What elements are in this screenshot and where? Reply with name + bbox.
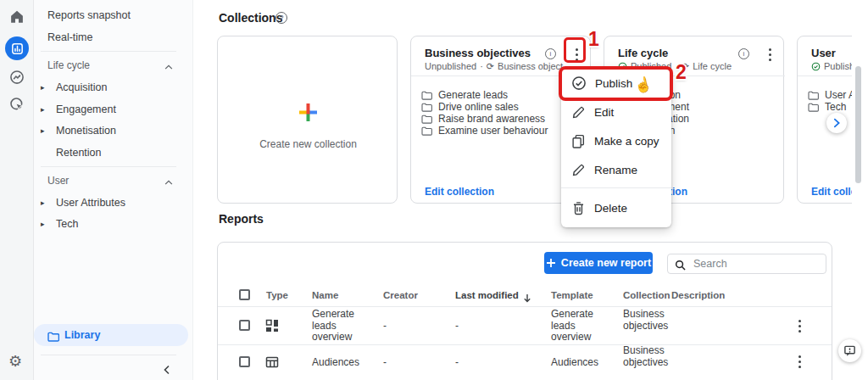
sidebar-item-acquisition[interactable]: Acquisition (56, 81, 107, 93)
home-icon[interactable] (8, 8, 25, 29)
select-all-checkbox[interactable] (239, 289, 250, 300)
edit-collection-link[interactable]: Edit collection (425, 186, 494, 198)
carousel-next-button[interactable] (826, 113, 847, 133)
card-title: Business objectives (425, 47, 531, 59)
menu-item-edit[interactable]: Edit (561, 98, 671, 126)
report-name: Audiences (312, 357, 359, 369)
sort-descending-icon[interactable] (523, 291, 531, 306)
annotation-number-2: 2 (676, 61, 687, 84)
menu-item-rename[interactable]: Rename (561, 155, 671, 184)
sidebar-section-user[interactable]: User (47, 175, 69, 187)
column-header-template[interactable]: Template (551, 290, 593, 300)
collection-topic: Generate leads (421, 89, 508, 101)
sidebar-item-real-time[interactable]: Real-time (47, 31, 93, 43)
status-text: Published (824, 61, 852, 71)
table-row-divider (218, 344, 832, 345)
edit-collection-link[interactable]: Edit collection (811, 186, 852, 198)
card-title: User (811, 47, 836, 59)
expand-arrow-icon[interactable]: ▸ (41, 83, 45, 92)
collapse-sidebar-icon[interactable] (161, 364, 173, 379)
column-header-type[interactable]: Type (266, 290, 288, 300)
sidebar-item-engagement[interactable]: Engagement (56, 103, 116, 115)
card-title: Life cycle (618, 47, 668, 59)
menu-item-delete[interactable]: Delete (561, 193, 671, 222)
pointer-cursor-icon: ☝ (632, 75, 654, 96)
column-header-collection[interactable]: Collection (623, 290, 670, 300)
column-header-creator[interactable]: Creator (383, 290, 418, 300)
sidebar-item-retention[interactable]: Retention (56, 147, 102, 159)
chevron-up-icon[interactable] (164, 60, 174, 75)
info-icon[interactable]: i (738, 48, 749, 59)
menu-item-make-a-copy[interactable]: Make a copy (561, 126, 671, 155)
help-icon[interactable]: ? (275, 12, 287, 24)
collection-topic: Drive online sales (421, 101, 519, 113)
card-menu-icon[interactable] (765, 48, 774, 61)
ga-library-screen: ⚙ Reports snapshot Real-time Life cycle … (0, 0, 868, 380)
sidebar-divider (41, 51, 176, 52)
expand-arrow-icon[interactable]: ▸ (41, 220, 45, 228)
report-creator: - (383, 357, 387, 369)
info-icon[interactable]: i (545, 48, 556, 59)
search-input[interactable] (667, 254, 826, 274)
annotation-number-1: 1 (588, 28, 599, 51)
column-header-last-modified[interactable]: Last modified (455, 290, 519, 300)
folder-icon (808, 91, 819, 100)
row-menu-icon[interactable] (796, 354, 803, 369)
row-checkbox[interactable] (239, 356, 250, 367)
pencil-icon (571, 105, 586, 120)
advertising-icon[interactable] (9, 97, 25, 115)
table-header-divider (218, 306, 832, 307)
collection-topic: Tech (808, 101, 846, 113)
card-status-row: Unpublished · ⟳ Business object… (425, 61, 572, 71)
sidebar-section-life-cycle[interactable]: Life cycle (47, 59, 90, 71)
sidebar-item-library[interactable]: Library (34, 324, 188, 346)
create-new-report-button[interactable]: Create new report (544, 252, 653, 274)
report-collection: Business objectives (623, 309, 669, 332)
search-icon (675, 259, 686, 274)
reports-nav-icon[interactable] (5, 36, 29, 60)
folder-icon (421, 103, 432, 112)
collection-topic: Examine user behaviour (421, 125, 548, 137)
create-collection-label: Create new collection (218, 138, 398, 150)
collection-topic: User Attributes (808, 89, 852, 101)
report-collection: Business objectives (623, 345, 669, 368)
folder-icon (421, 91, 432, 100)
menu-divider (561, 187, 671, 188)
template-ref: Life cycle (693, 61, 732, 71)
published-check-icon (811, 62, 821, 71)
column-header-description[interactable]: Description (671, 290, 725, 300)
report-name: Generate leads overview (312, 309, 363, 344)
pencil-icon (571, 163, 586, 177)
row-menu-icon[interactable] (796, 318, 803, 333)
report-last-modified: - (455, 321, 459, 332)
chevron-right-icon (831, 117, 843, 129)
report-last-modified: - (455, 357, 459, 369)
folder-icon (47, 330, 59, 345)
sidebar-item-reports-snapshot[interactable]: Reports snapshot (47, 9, 131, 21)
report-template: Generate leads overview (551, 309, 604, 344)
column-header-name[interactable]: Name (312, 290, 338, 300)
feedback-button[interactable] (838, 339, 861, 362)
expand-arrow-icon[interactable]: ▸ (41, 105, 45, 114)
sidebar-item-monetisation[interactable]: Monetisation (56, 125, 116, 137)
row-checkbox[interactable] (239, 320, 250, 331)
collections-strip: Create new collection Business objective… (217, 36, 852, 204)
expand-arrow-icon[interactable]: ▸ (41, 126, 45, 135)
scrollbar-thumb[interactable] (855, 66, 861, 183)
sidebar-divider (41, 166, 176, 167)
create-collection-card[interactable]: Create new collection (217, 36, 398, 204)
annotation-box-step2 (559, 66, 673, 101)
settings-gear-icon[interactable]: ⚙ (8, 353, 22, 370)
collections-heading: Collections (219, 11, 282, 25)
sidebar-item-user-attributes[interactable]: User Attributes (56, 197, 125, 209)
explore-icon[interactable] (9, 70, 25, 88)
status-text: Unpublished (425, 61, 476, 71)
expand-arrow-icon[interactable]: ▸ (41, 198, 45, 207)
annotation-box-step1 (564, 37, 586, 63)
dot-separator: · (480, 61, 483, 71)
sidebar-item-tech[interactable]: Tech (56, 218, 78, 230)
reports-heading: Reports (219, 212, 264, 226)
card-divider (798, 75, 852, 76)
chevron-up-icon[interactable] (164, 176, 174, 191)
google-plus-icon (297, 101, 320, 127)
